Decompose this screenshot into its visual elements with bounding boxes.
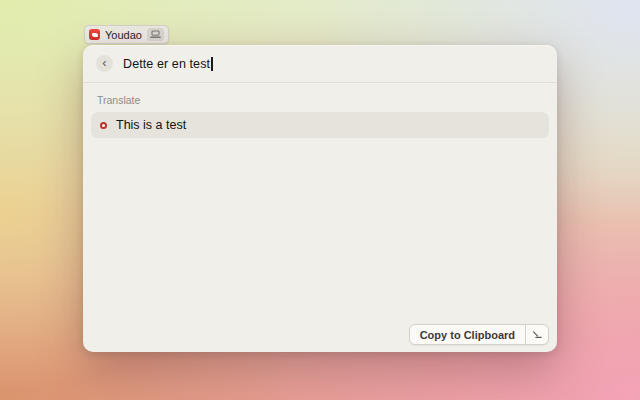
action-button-group: Copy to Clipboard [409, 324, 549, 345]
red-ring-icon [100, 122, 107, 129]
copy-to-clipboard-button[interactable]: Copy to Clipboard [410, 325, 525, 344]
search-bar: ‹ Dette er en test [83, 45, 557, 83]
result-row[interactable]: This is a test [91, 112, 549, 138]
copy-to-clipboard-label: Copy to Clipboard [420, 329, 515, 341]
key-glyph-icon [531, 329, 543, 340]
youdao-logo-icon [89, 29, 100, 40]
app-token-chip[interactable]: Youdao [84, 25, 169, 44]
back-button[interactable]: ‹ [96, 55, 113, 72]
keyboard-icon [150, 30, 161, 39]
keyboard-badge [147, 28, 164, 41]
shortcut-key-button[interactable] [526, 325, 548, 344]
result-text: This is a test [116, 118, 186, 132]
section-header-translate: Translate [97, 94, 543, 106]
search-input[interactable]: Dette er en test [123, 45, 544, 82]
text-caret [211, 57, 213, 71]
app-token-label: Youdao [105, 29, 142, 41]
launcher-window: ‹ Dette er en test Translate This is a t… [83, 45, 557, 352]
chevron-left-icon: ‹ [102, 56, 106, 69]
search-input-value: Dette er en test [123, 57, 210, 71]
